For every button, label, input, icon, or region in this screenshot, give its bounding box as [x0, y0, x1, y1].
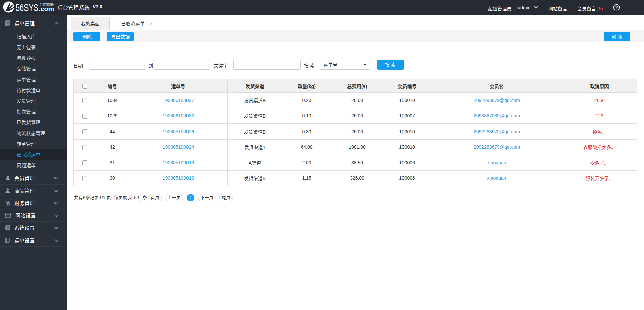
svg-text:?: ?: [615, 5, 618, 10]
svg-text:56SYS: 56SYS: [16, 2, 38, 13]
svg-text:.com: .com: [39, 5, 54, 12]
